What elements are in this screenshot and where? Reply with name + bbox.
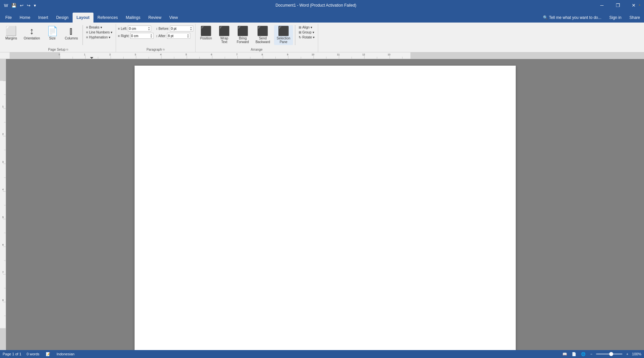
page-setup-small: ≡ Breaks ▾ ≡ Line Numbers ▾ ≡ Hyphenatio…: [85, 25, 114, 39]
breaks-label: Breaks ▾: [89, 26, 102, 29]
bring-forward-icon: ⬛: [237, 27, 249, 36]
rotate-btn[interactable]: ↻ Rotate ▾: [297, 35, 316, 39]
selection-pane-btn[interactable]: ⬛ SelectionPane: [274, 25, 293, 45]
share-btn[interactable]: Share: [627, 14, 643, 21]
web-layout-btn[interactable]: 🌐: [580, 352, 587, 356]
indent-col: ≡ Left: 0 cm ▲ ▼ ≡ Right:: [118, 25, 153, 39]
line-numbers-btn[interactable]: ≡ Line Numbers ▾: [85, 30, 114, 34]
rotate-icon: ↻: [299, 35, 301, 39]
indent-left-arrows: ▲ ▼: [148, 26, 150, 31]
spacing-col: ↕ Before: 0 pt ▲ ▼ ↕ After:: [156, 25, 193, 39]
language: Indonesian: [57, 352, 75, 356]
window-controls: ─ ❐ ✕: [594, 0, 641, 11]
wrap-text-btn[interactable]: ⬛ WrapText: [216, 25, 233, 45]
bring-forward-btn[interactable]: ⬛ BringForward: [234, 25, 252, 45]
spacing-after-input[interactable]: 8 pt ▲ ▼: [167, 33, 190, 39]
breaks-icon: ≡: [86, 26, 88, 29]
zoom-out-btn[interactable]: −: [589, 352, 593, 356]
minimize-btn[interactable]: ─: [594, 0, 610, 11]
undo-quick-btn[interactable]: ↩: [19, 2, 25, 9]
read-mode-btn[interactable]: 📖: [561, 352, 568, 356]
indent-left-input[interactable]: 0 cm ▲ ▼: [128, 26, 151, 31]
tab-design[interactable]: Design: [52, 13, 72, 23]
svg-text:0: 0: [59, 53, 60, 56]
status-bar: Page 1 of 1 0 words 📝 Indonesian 📖 📄 🌐 −…: [0, 350, 644, 358]
svg-text:5: 5: [2, 215, 4, 218]
tab-references[interactable]: References: [93, 13, 122, 23]
quick-access-toolbar: W 💾 ↩ ↪ ▾: [3, 2, 37, 9]
tab-view[interactable]: View: [165, 13, 182, 23]
tab-file[interactable]: File: [1, 13, 16, 23]
svg-rect-48: [0, 328, 6, 350]
tab-insert[interactable]: Insert: [34, 13, 52, 23]
save-quick-btn[interactable]: 💾: [10, 2, 18, 9]
zoom-slider[interactable]: [596, 353, 622, 355]
breaks-btn[interactable]: ≡ Breaks ▾: [85, 25, 114, 30]
tab-mailings[interactable]: Mailings: [122, 13, 144, 23]
divider-1: [83, 25, 83, 45]
svg-text:11: 11: [337, 53, 340, 56]
svg-text:4: 4: [160, 53, 161, 56]
tell-me-btn[interactable]: 🔍 Tell me what you want to do...: [540, 14, 604, 21]
size-btn[interactable]: 📄 Size: [44, 25, 61, 41]
page-setup-expand[interactable]: ⧉: [66, 48, 68, 51]
word-icon[interactable]: W: [3, 2, 9, 9]
proofing-btn[interactable]: 📝: [45, 352, 51, 356]
position-icon: ⬛: [200, 27, 212, 36]
tab-home[interactable]: Home: [16, 13, 34, 23]
align-label: Align ▾: [302, 26, 312, 29]
word-count: 0 words: [27, 352, 39, 356]
document-area[interactable]: [6, 59, 644, 350]
status-left: Page 1 of 1 0 words 📝 Indonesian: [3, 352, 75, 356]
indent-right-input[interactable]: 0 cm ▲ ▼: [130, 33, 153, 39]
redo-quick-btn[interactable]: ↪: [26, 2, 32, 9]
document-title: Document1 - Word (Product Activation Fai…: [37, 3, 594, 8]
position-btn[interactable]: ⬛ Position: [198, 25, 215, 41]
svg-text:3: 3: [135, 53, 136, 56]
restore-btn[interactable]: ❐: [610, 0, 625, 11]
hyphenation-icon: ≡: [86, 35, 88, 39]
ruler-svg: 0 1 2 3 4 5 6 7 8 9 10: [10, 52, 644, 59]
indent-right-row: ≡ Right: 0 cm ▲ ▼: [118, 33, 153, 39]
spacing-before-input[interactable]: 0 pt ▲ ▼: [170, 26, 193, 31]
svg-text:6: 6: [211, 53, 212, 56]
zoom-in-btn[interactable]: +: [625, 352, 629, 356]
indent-right-arrows: ▲ ▼: [150, 33, 152, 38]
indent-right-label: ≡ Right:: [118, 34, 130, 38]
margins-btn[interactable]: ⬜ Margins: [3, 25, 20, 41]
bring-forward-label: BringForward: [237, 36, 249, 44]
sign-in-btn[interactable]: Sign in: [607, 14, 624, 21]
svg-text:6: 6: [2, 243, 4, 246]
send-backward-btn[interactable]: ⬛ SendBackward: [253, 25, 273, 45]
vertical-ruler: 1 2 3 4 5 6 7 8: [0, 59, 6, 350]
spacing-after-label: ↕ After:: [156, 34, 166, 38]
tab-review[interactable]: Review: [144, 13, 165, 23]
document-page[interactable]: [135, 66, 516, 350]
main-area: 1 2 3 4 5 6 7 8: [0, 59, 644, 350]
paragraph-label: Paragraph ⧉: [146, 47, 165, 52]
orientation-btn[interactable]: ↕ Orientation: [21, 25, 43, 41]
indent-row: ≡ Left: 0 cm ▲ ▼ ≡ Right:: [118, 25, 193, 39]
align-btn[interactable]: ⊞ Align ▾: [297, 25, 316, 30]
paragraph-expand[interactable]: ⧉: [163, 48, 165, 51]
send-backward-label: SendBackward: [256, 36, 270, 44]
ruler-corner[interactable]: [0, 52, 10, 59]
page-setup-group: ⬜ Margins ↕ Orientation 📄 Size ⫿ Columns…: [1, 24, 116, 52]
zoom-level: 100%: [632, 352, 641, 356]
svg-text:3: 3: [2, 160, 4, 163]
svg-text:12: 12: [362, 53, 365, 56]
print-layout-btn[interactable]: 📄: [571, 352, 577, 356]
customize-quick-btn[interactable]: ▾: [32, 2, 37, 9]
indent-left-row: ≡ Left: 0 cm ▲ ▼: [118, 26, 153, 31]
svg-rect-2: [60, 52, 410, 59]
tab-layout[interactable]: Layout: [73, 13, 93, 23]
svg-text:9: 9: [287, 53, 288, 56]
hyphenation-label: Hyphenation ▾: [89, 35, 110, 39]
title-bar: W 💾 ↩ ↪ ▾ Document1 - Word (Product Acti…: [0, 0, 644, 11]
hyphenation-btn[interactable]: ≡ Hyphenation ▾: [85, 35, 114, 39]
collapse-ribbon-btn[interactable]: ▲: [637, 1, 643, 7]
paragraph-group: ≡ Left: 0 cm ▲ ▼ ≡ Right:: [116, 24, 196, 52]
rotate-label: Rotate ▾: [302, 35, 315, 39]
group-btn[interactable]: ⊞ Group ▾: [297, 30, 316, 34]
columns-btn[interactable]: ⫿ Columns: [62, 25, 81, 41]
